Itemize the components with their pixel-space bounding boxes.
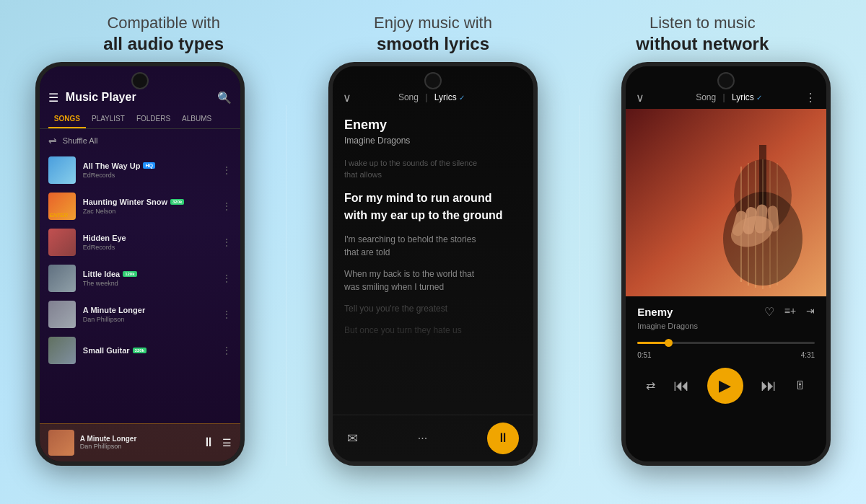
phone-1: ☰ Music Player 🔍 SONGS PLAYLIST FOLDERS … — [35, 62, 245, 466]
song-info-3: Hidden Eye EdRecords — [83, 234, 222, 251]
more-icon-3[interactable]: ⋮ — [222, 236, 232, 248]
lyric-line-4: When my back is to the world thatwas smi… — [344, 268, 522, 293]
np-info: A Minute Longer Dan Phillipson — [80, 435, 202, 450]
nav-dot: | — [425, 92, 427, 102]
headline-1-light: Compatible with — [30, 13, 297, 33]
p3-more-icon[interactable]: ⋮ — [805, 91, 816, 105]
quality-badge-6: 320k — [133, 348, 146, 353]
tab-albums[interactable]: ALBUMS — [176, 112, 217, 128]
p3-time: 0:51 4:31 — [626, 348, 826, 362]
more-icon-2[interactable]: ⋮ — [222, 200, 232, 212]
tab-songs[interactable]: SONGS — [48, 112, 86, 128]
song-row-6[interactable]: Small Guitar 320k ⋮ — [40, 332, 240, 368]
p3-controls: ⇄ ⏮ ▶ ⏭ 🎚 — [626, 362, 826, 411]
song-name-1: All The Way Up HQ — [83, 162, 222, 170]
p3-artist: Imagine Dragons — [626, 322, 826, 337]
song-info-1: All The Way Up HQ EdRecords — [83, 162, 222, 179]
song-row-1[interactable]: All The Way Up HQ EdRecords ⋮ — [40, 152, 240, 188]
headline-1-bold: all audio types — [30, 33, 297, 55]
headline-2-bold: smooth lyrics — [299, 33, 567, 55]
play-button[interactable]: ▶ — [707, 368, 743, 404]
lyric-line-1: I wake up to the sounds of the silenceth… — [344, 157, 522, 181]
phone-2: ∨ Song | Lyrics ✓ Enemy Imagine Dragons … — [328, 62, 538, 466]
back-icon[interactable]: ∨ — [343, 91, 351, 105]
p1-tabs: SONGS PLAYLIST FOLDERS ALBUMS — [40, 109, 240, 129]
progress-bar[interactable] — [626, 337, 826, 348]
tab-folders[interactable]: FOLDERS — [131, 112, 176, 128]
add-to-queue-icon[interactable]: ≡+ — [784, 305, 796, 319]
shuffle-all-row[interactable]: ⇌ Shuffle All — [40, 129, 240, 152]
message-icon[interactable]: ✉ — [347, 430, 358, 446]
app-title: Music Player — [66, 91, 217, 104]
menu-icon[interactable]: ☰ — [48, 91, 58, 105]
now-playing-bar[interactable]: A Minute Longer Dan Phillipson ⏸ ☰ — [40, 423, 240, 461]
pause-icon[interactable]: ⏸ — [202, 435, 215, 450]
shuffle-icon: ⇌ — [48, 135, 57, 146]
p3-song-info: Enemy ♡ ≡+ ⇥ — [626, 296, 826, 322]
thumb-5 — [48, 301, 76, 328]
prev-icon[interactable]: ⏮ — [673, 376, 689, 395]
lyric-line-5: Tell you you're the greatest — [344, 302, 522, 315]
headline-3-light: Listen to music — [569, 13, 836, 33]
quality-badge-4: 120k — [123, 271, 136, 277]
artist-3: EdRecords — [83, 244, 222, 251]
phones-row: ☰ Music Player 🔍 SONGS PLAYLIST FOLDERS … — [0, 62, 866, 505]
more-dots-icon[interactable]: ··· — [418, 432, 427, 445]
queue-icon[interactable]: ☰ — [222, 437, 232, 448]
p3-nav-lyrics[interactable]: Lyrics — [732, 92, 754, 102]
share-icon[interactable]: ⇥ — [806, 305, 815, 319]
artist-4: The weeknd — [83, 280, 222, 287]
headline-2-light: Enjoy music with — [299, 13, 567, 33]
p3-back-icon[interactable]: ∨ — [636, 91, 644, 105]
p3-nav-song[interactable]: Song — [696, 92, 716, 102]
quality-badge-1: HQ — [143, 162, 155, 169]
thumb-6 — [48, 337, 76, 364]
song-info-2: Haunting Winter Snow 320k Zac Nelson — [83, 198, 222, 215]
song-name-3: Hidden Eye — [83, 234, 222, 242]
p2-header: ∨ Song | Lyrics ✓ — [333, 87, 533, 109]
favorite-icon[interactable]: ♡ — [764, 305, 774, 319]
song-name-5: A Minute Longer — [83, 306, 222, 314]
search-icon[interactable]: 🔍 — [217, 91, 232, 105]
song-info-5: A Minute Longer Dan Phillipson — [83, 306, 222, 323]
quality-badge-2: 320k — [170, 199, 184, 205]
song-info-4: Little Idea 120k The weeknd — [83, 270, 222, 287]
nav-lyrics-label[interactable]: Lyrics — [434, 92, 457, 102]
artist-2: Zac Nelson — [83, 208, 222, 215]
progress-fill — [637, 342, 669, 344]
phone2-screen: ∨ Song | Lyrics ✓ Enemy Imagine Dragons … — [333, 66, 533, 461]
song-row-4[interactable]: Little Idea 120k The weeknd ⋮ — [40, 260, 240, 296]
p3-action-icons: ♡ ≡+ ⇥ — [764, 305, 815, 319]
p2-footer: ✉ ··· ⏸ — [333, 415, 533, 461]
song-row-3[interactable]: Hidden Eye EdRecords ⋮ — [40, 224, 240, 260]
more-icon-5[interactable]: ⋮ — [222, 309, 232, 320]
album-art-svg — [626, 109, 826, 296]
thumb-2: ENTER — [48, 193, 76, 220]
phone3-screen: ∨ Song | Lyrics ✓ ⋮ — [626, 66, 826, 461]
progress-track — [637, 342, 815, 344]
lyric-line-2: For my mind to run aroundwith my ear up … — [344, 190, 522, 224]
p3-song-name: Enemy — [637, 306, 764, 318]
phone-3: ∨ Song | Lyrics ✓ ⋮ — [621, 62, 831, 466]
verified-icon: ✓ — [459, 94, 465, 102]
thumb-4 — [48, 265, 76, 292]
headline-3-bold: without network — [569, 33, 836, 55]
next-icon[interactable]: ⏭ — [761, 376, 777, 395]
song-row-5[interactable]: A Minute Longer Dan Phillipson ⋮ — [40, 296, 240, 332]
more-icon-4[interactable]: ⋮ — [222, 273, 232, 284]
thumb-1 — [48, 156, 76, 184]
more-icon-6[interactable]: ⋮ — [222, 345, 232, 356]
repeat-icon[interactable]: ⇄ — [646, 379, 655, 392]
song-row-2[interactable]: ENTER Haunting Winter Snow 320k Zac Nels… — [40, 188, 240, 224]
song-name-2: Haunting Winter Snow 320k — [83, 198, 222, 206]
phone1-screen: ☰ Music Player 🔍 SONGS PLAYLIST FOLDERS … — [40, 66, 240, 461]
nav-song-label[interactable]: Song — [398, 92, 419, 102]
pause-button[interactable]: ⏸ — [487, 423, 519, 454]
more-icon-1[interactable]: ⋮ — [222, 164, 232, 176]
tab-playlist[interactable]: PLAYLIST — [86, 112, 131, 128]
album-art — [626, 109, 826, 296]
lyric-line-6: But once you turn they hate us — [344, 324, 522, 337]
equalizer-icon[interactable]: 🎚 — [795, 379, 806, 392]
np-controls: ⏸ ☰ — [202, 435, 232, 450]
divider-1 — [286, 105, 287, 466]
